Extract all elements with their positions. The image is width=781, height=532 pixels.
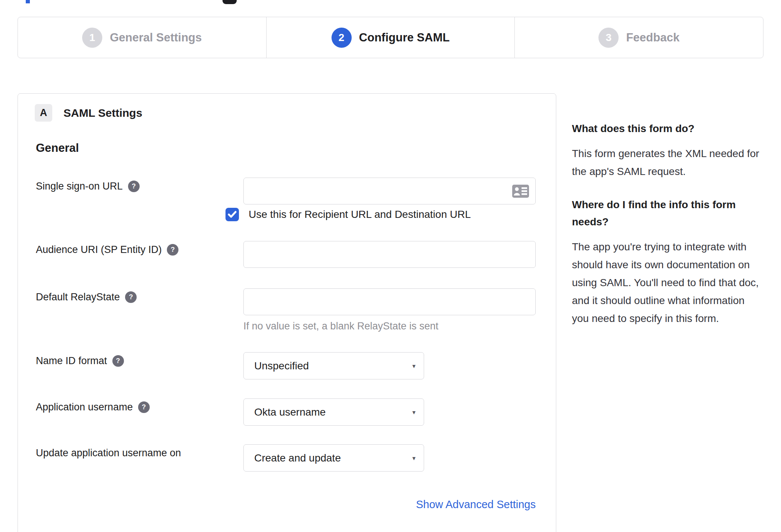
help-icon[interactable]: ? [167, 244, 178, 256]
step-number-badge: 3 [598, 28, 619, 48]
relaystate-note: If no value is set, a blank RelayState i… [243, 320, 438, 332]
help-icon[interactable]: ? [128, 181, 140, 192]
general-section-heading: General [36, 141, 79, 155]
step-number-badge: 2 [332, 28, 352, 48]
wizard-stepper: 1 General Settings 2 Configure SAML 3 Fe… [18, 17, 763, 58]
chevron-down-icon: ▾ [412, 408, 416, 416]
sso-url-label: Single sign-on URL ? [36, 181, 140, 192]
step-feedback[interactable]: 3 Feedback [514, 17, 763, 58]
cropped-page-fragment-blue [26, 0, 30, 3]
application-username-select[interactable]: Okta username ▾ [243, 398, 424, 426]
card-title: SAML Settings [63, 107, 142, 119]
chevron-down-icon: ▾ [412, 454, 416, 462]
default-relaystate-label: Default RelayState ? [36, 291, 137, 303]
step-configure-saml[interactable]: 2 Configure SAML [266, 17, 515, 58]
recipient-url-checkbox-label: Use this for Recipient URL and Destinati… [249, 209, 471, 220]
help-icon[interactable]: ? [125, 291, 137, 303]
selected-value: Unspecified [254, 360, 309, 372]
name-id-format-select[interactable]: Unspecified ▾ [243, 352, 424, 379]
update-app-username-label: Update application username on [36, 447, 181, 459]
section-a-badge: A [35, 104, 52, 122]
recipient-url-checkbox[interactable] [225, 208, 239, 221]
step-label: General Settings [110, 31, 202, 44]
audience-uri-input[interactable] [243, 241, 536, 268]
step-label: Feedback [626, 31, 679, 44]
sidebar-para-where: The app you're trying to integrate with … [572, 238, 760, 328]
name-id-format-label: Name ID format ? [36, 355, 124, 367]
sso-url-input[interactable] [243, 178, 536, 204]
saml-settings-card: A SAML Settings General Single sign-on U… [18, 93, 556, 532]
checkmark-icon [228, 211, 237, 218]
cropped-page-fragment-dark [223, 0, 237, 4]
sidebar-para-what: This form generates the XML needed for t… [572, 145, 760, 181]
help-icon[interactable]: ? [112, 355, 124, 367]
chevron-down-icon: ▾ [412, 362, 416, 370]
step-label: Configure SAML [359, 31, 450, 44]
step-number-badge: 1 [82, 28, 102, 48]
audience-uri-label: Audience URI (SP Entity ID) ? [36, 244, 178, 256]
application-username-label: Application username ? [36, 401, 150, 413]
default-relaystate-input[interactable] [243, 288, 536, 315]
update-app-username-select[interactable]: Create and update ▾ [243, 444, 424, 472]
sidebar-heading-what: What does this form do? [572, 120, 760, 137]
contact-card-icon[interactable] [512, 185, 529, 199]
selected-value: Okta username [254, 406, 326, 418]
selected-value: Create and update [254, 452, 341, 464]
step-general-settings[interactable]: 1 General Settings [18, 17, 266, 58]
help-sidebar: What does this form do? This form genera… [572, 120, 760, 328]
show-advanced-settings-link[interactable]: Show Advanced Settings [243, 498, 536, 511]
sidebar-heading-where: Where do I find the info this form needs… [572, 196, 760, 231]
card-header: A SAML Settings [35, 104, 142, 122]
help-icon[interactable]: ? [138, 401, 150, 413]
